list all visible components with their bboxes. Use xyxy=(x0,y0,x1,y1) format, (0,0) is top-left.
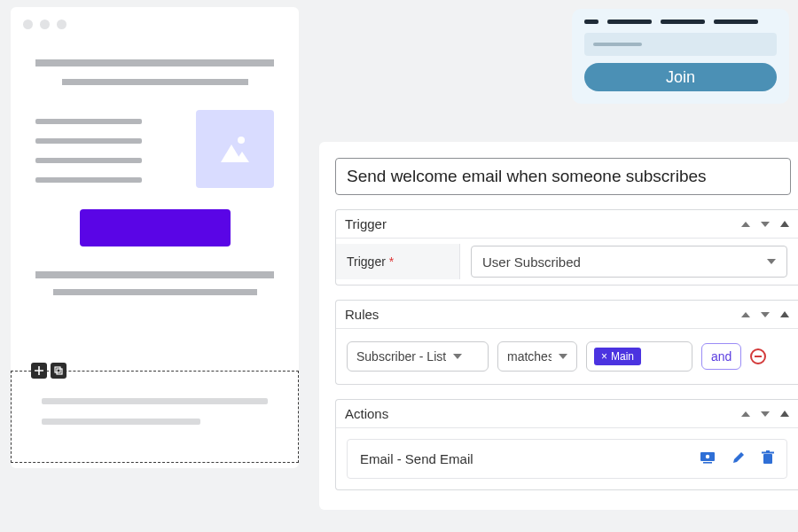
placeholder-bar xyxy=(35,271,274,278)
rules-section: Rules Subscriber - List matches a × Main xyxy=(335,300,798,385)
rule-field-select[interactable]: Subscriber - List xyxy=(347,341,489,372)
collapse-icon[interactable] xyxy=(780,221,789,227)
cta-button-placeholder[interactable] xyxy=(80,209,231,246)
window-dot xyxy=(23,20,33,29)
duplicate-block-button[interactable] xyxy=(51,363,66,379)
svg-point-6 xyxy=(706,455,709,458)
placeholder-bar xyxy=(62,79,248,85)
svg-point-0 xyxy=(238,137,245,144)
section-heading: Actions xyxy=(345,406,388,421)
image-placeholder-icon xyxy=(196,110,274,188)
edit-icon[interactable] xyxy=(732,450,746,467)
automation-title-input[interactable] xyxy=(335,158,791,195)
join-button[interactable]: Join xyxy=(584,63,777,91)
tag-remove-x[interactable]: × xyxy=(601,350,607,363)
chevron-up-icon[interactable] xyxy=(741,312,750,317)
placeholder-bar xyxy=(35,59,274,66)
window-controls xyxy=(11,7,299,35)
chevron-down-icon xyxy=(453,354,462,359)
svg-rect-4 xyxy=(57,369,62,374)
rule-operator-select[interactable]: matches a xyxy=(497,341,577,372)
placeholder-bar xyxy=(35,119,142,124)
automation-panel: Trigger Trigger * User Subscribed Rules xyxy=(319,142,798,510)
widget-heading-placeholder xyxy=(584,20,777,24)
window-dot xyxy=(57,20,66,29)
action-row: Email - Send Email xyxy=(347,439,787,479)
svg-rect-7 xyxy=(703,462,712,464)
chevron-down-icon[interactable] xyxy=(761,222,770,227)
chevron-down-icon xyxy=(767,259,776,264)
placeholder-bar xyxy=(53,289,257,295)
placeholder-bar xyxy=(42,398,268,404)
trigger-select[interactable]: User Subscribed xyxy=(471,246,787,278)
chevron-down-icon[interactable] xyxy=(761,411,770,417)
window-dot xyxy=(40,20,50,29)
section-heading: Rules xyxy=(345,307,379,322)
logic-and-chip[interactable]: and xyxy=(701,343,741,370)
chevron-up-icon[interactable] xyxy=(741,411,750,417)
placeholder-bar xyxy=(35,158,142,163)
add-block-button[interactable] xyxy=(31,363,47,379)
placeholder-bar xyxy=(42,419,200,425)
rule-value-input[interactable]: × Main xyxy=(586,341,692,372)
required-star: * xyxy=(389,254,394,269)
collapse-icon[interactable] xyxy=(780,411,789,417)
chevron-up-icon[interactable] xyxy=(741,222,750,227)
svg-rect-3 xyxy=(55,367,60,372)
section-heading: Trigger xyxy=(345,216,387,231)
tag-pill[interactable]: × Main xyxy=(594,348,641,365)
placeholder-bar xyxy=(35,138,142,144)
placeholder-bar xyxy=(35,177,142,183)
action-label: Email - Send Email xyxy=(360,451,473,466)
svg-rect-8 xyxy=(763,454,772,464)
trigger-field-label: Trigger * xyxy=(336,244,460,279)
svg-rect-10 xyxy=(766,450,770,452)
remove-rule-icon[interactable] xyxy=(750,348,766,364)
trigger-section: Trigger Trigger * User Subscribed xyxy=(335,209,798,286)
signup-widget: Join xyxy=(572,9,789,104)
chevron-down-icon xyxy=(559,354,567,359)
preview-icon[interactable] xyxy=(700,451,716,466)
email-input-placeholder[interactable] xyxy=(584,33,777,56)
delete-icon[interactable] xyxy=(762,450,774,467)
chevron-down-icon[interactable] xyxy=(761,312,770,317)
actions-section: Actions Email - Send Email xyxy=(335,399,798,490)
collapse-icon[interactable] xyxy=(780,311,789,317)
selected-block[interactable] xyxy=(11,371,299,463)
